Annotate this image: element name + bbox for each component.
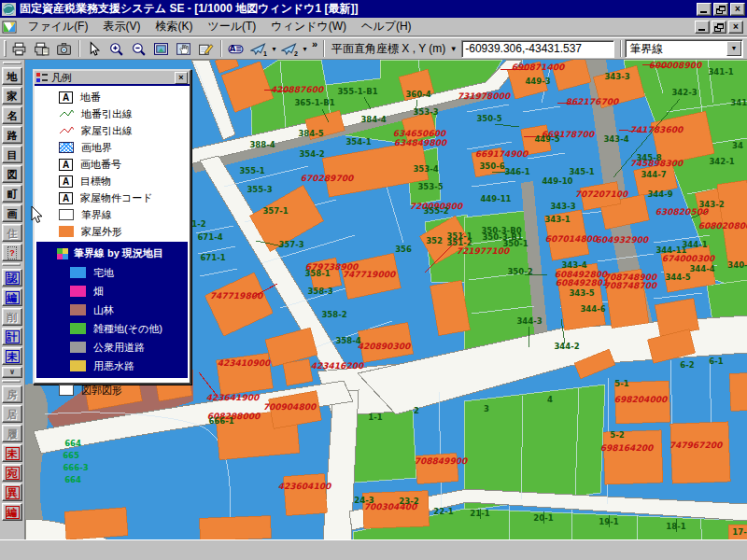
menu-item[interactable]: ヘルプ(H) [354,17,419,36]
sidebar-tool-button-異[interactable]: 異 [2,483,22,501]
parcel-number-label: 343-5 [569,288,594,298]
parcel-number-label: 344-2 [554,342,579,351]
parcel-number-label: 358-1 [304,269,330,278]
legend-item[interactable]: A目標物 [35,173,190,189]
chevron-down-icon[interactable]: ▾ [301,45,309,53]
legend-item[interactable]: 家屋引出線 [35,122,190,139]
sidebar-tool-button-路[interactable]: 路 [2,126,22,144]
legend-landuse-item[interactable]: 宅地 [36,263,188,282]
sidebar-grip[interactable] [3,62,21,64]
sidebar-tool-button-未[interactable]: 未 [2,444,22,462]
plane-button[interactable]: 2 [278,38,301,59]
sidebar-tool-button-地[interactable]: 地 [2,67,22,85]
legend-item[interactable]: 家屋外形 [35,223,190,240]
chevron-down-icon[interactable]: ▼ [726,41,741,56]
select-button[interactable] [83,38,106,59]
parcel-number-label: 358-3 [307,287,332,296]
sidebar-group-separator [2,263,21,266]
menu-item[interactable]: 表示(V) [95,17,148,36]
sidebar-tool-button-家[interactable]: 家 [2,87,22,105]
building-code-label: 690871400 [512,63,566,72]
sidebar-tool-button-認[interactable]: 認 [2,269,22,287]
chevron-down-icon[interactable]: ▾ [270,45,278,53]
child-restore-button[interactable] [712,21,726,34]
legend-item-frame[interactable]: 図郭図形 [35,382,190,399]
minimize-button[interactable] [697,3,712,16]
legend-item[interactable]: A家屋物件コード [35,189,190,206]
coordinate-input[interactable] [461,40,614,58]
sidebar-tool-button-編[interactable]: 編 [2,503,22,521]
child-minimize-button[interactable] [695,21,710,34]
menu-item[interactable]: ツール(T) [200,17,263,36]
parcel-number-label: 388-4 [249,140,275,149]
legend-landuse-item[interactable]: 公衆用道路 [36,338,188,357]
parcel-number-label: 1-1 [368,413,382,422]
legend-item-label: 目標物 [80,175,111,189]
sidebar-tool-button-名[interactable]: 名 [2,106,22,124]
sidebar-tool-button-町[interactable]: 町 [2,185,22,203]
legend-item[interactable]: A地番 [35,89,190,105]
menu-item[interactable]: ファイル(F) [21,17,95,36]
parcel-number-label: 671-1 [200,253,225,262]
zoom-out-button[interactable] [128,38,150,59]
building-footprint [670,422,730,483]
snapshot-button[interactable] [53,38,76,59]
legend-landuse-item[interactable]: 山林 [36,301,188,319]
coordinate-system-label[interactable]: 平面直角座標 X , Y (m) ▼ [328,41,461,57]
legend-item[interactable]: 筆界線 [35,206,190,223]
label-button[interactable] [225,38,247,59]
parcel-number-label: 344-3 [516,316,542,326]
legend-landuse-item[interactable]: 畑 [36,282,188,301]
parcel-number-label: 18-1 [666,522,685,531]
menu-item[interactable]: 検索(K) [148,17,200,36]
parcel-number-label: 6-1 [709,357,723,366]
color-swatch-icon [70,323,86,334]
building-code-label: 423604100 [278,482,332,491]
snapshot-icon [56,41,72,57]
sidebar-tool-button-図[interactable]: 図 [2,165,22,183]
parcel-number-label: 358-2 [321,310,346,319]
print-button[interactable] [8,38,31,59]
sidebar-tool-button-居[interactable]: 居 [2,405,22,423]
edit-button[interactable] [195,38,218,59]
sidebar-tool-button-計[interactable]: 計 [2,328,22,345]
sidebar-tool-button-未[interactable]: 未 [2,347,22,365]
toolbar-overflow-chevron[interactable]: » [309,38,320,49]
toolbar-grip[interactable] [4,40,7,57]
sidebar-tool-button-住[interactable]: 住 [2,224,22,242]
sidebar-tool-button-履[interactable]: 履 [2,425,22,442]
sidebar-tool-button-∨[interactable]: ∨ [2,367,22,378]
sidebar-tool-button-編[interactable]: 編 [2,288,22,306]
legend-landuse-label: 公衆用道路 [93,341,145,355]
legend-title-bar[interactable]: 凡例 × [35,71,190,86]
menu-item[interactable]: ウィンドウ(W) [263,17,354,36]
legend-landuse-item[interactable]: 雑種地(その他) [36,319,188,338]
legend-item[interactable]: 地番引出線 [35,105,190,122]
sidebar-tool-button-画[interactable]: 画 [2,204,22,222]
print-preview-button[interactable] [31,38,53,59]
sidebar-tool-button-削[interactable]: 削 [2,308,22,326]
hand-button[interactable] [173,38,195,59]
plane-button[interactable]: 1 [247,38,270,59]
parcel-number-label: 384-5 [298,129,323,138]
sidebar-tool-button-房[interactable]: 房 [2,385,22,403]
sidebar-tool-button-目[interactable]: 目 [2,146,22,163]
fit-button[interactable] [150,38,173,59]
legend-item[interactable]: A画地番号 [35,156,190,173]
parcel-number-label: 671-4 [197,232,222,242]
sidebar-tool-button-宛[interactable]: 宛 [2,464,22,482]
building-code-label: 634650600 [393,129,447,138]
legend-item[interactable]: 画地界 [35,139,190,156]
legend-landuse-item[interactable]: 用悪水路 [36,357,188,375]
close-button[interactable]: × [730,3,745,16]
zoom-in-button[interactable] [106,38,128,59]
parcel-number-label: 342-1 [709,157,734,166]
restore-button[interactable] [713,3,728,16]
parcel-number-label: 358-4 [335,336,360,345]
legend-panel[interactable]: 凡例 × A地番地番引出線家屋引出線画地界A画地番号A目標物A家屋物件コード筆界… [33,69,191,385]
sidebar-tool-button-?[interactable]: ? [2,244,22,261]
child-close-button[interactable]: × [728,21,743,34]
building-code-label: 707207100 [575,189,629,199]
legend-close-button[interactable]: × [175,72,188,84]
layer-select[interactable]: 筆界線 ▼ [625,39,743,58]
